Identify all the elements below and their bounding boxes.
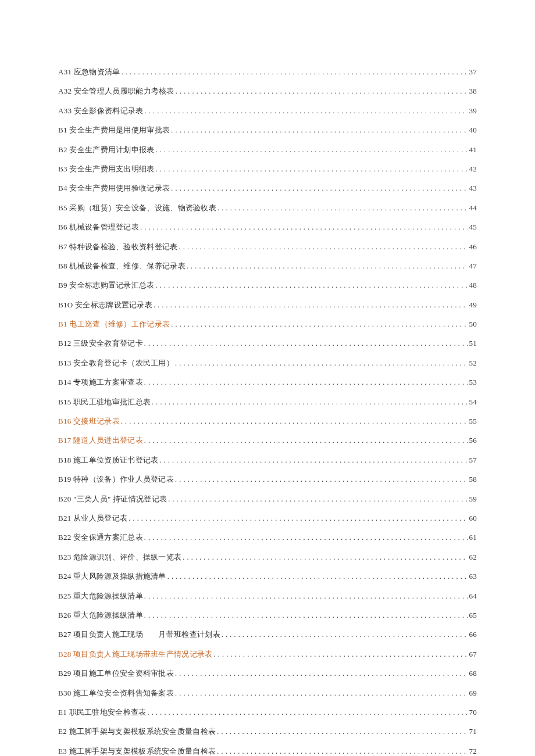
toc-leader-dots xyxy=(145,107,468,116)
toc-entry-page: 66 xyxy=(469,630,477,639)
toc-entry[interactable]: B15 职民工驻地审批汇总表54 xyxy=(58,397,477,407)
toc-entry[interactable]: B27 项目负责人施工现场 月带班检查计划表66 xyxy=(58,629,477,640)
toc-entry[interactable]: B25 重大危险源操纵清单64 xyxy=(58,591,477,601)
toc-entry[interactable]: B21 从业人员登记表60 xyxy=(58,513,477,524)
toc-entry[interactable]: B9 安全标志购置记录汇总表48 xyxy=(58,280,477,291)
toc-entry-page: 46 xyxy=(469,242,477,252)
toc-entry[interactable]: E2 施工脚手架与支架模板系统安全质量自检表71 xyxy=(58,726,477,737)
toc-entry[interactable]: B14 专项施工方案审查表53 xyxy=(58,377,477,388)
toc-leader-dots xyxy=(222,630,468,639)
toc-entry-label: B9 安全标志购置记录汇总表 xyxy=(58,280,155,291)
toc-entry-page: 39 xyxy=(469,106,477,116)
toc-entry[interactable]: B20 "三类人员" 持证情况登记表59 xyxy=(58,494,477,504)
toc-entry-label: A32 安全管理人员履职能力考核表 xyxy=(58,86,174,96)
toc-entry-page: 71 xyxy=(469,727,477,736)
toc-entry-page: 48 xyxy=(469,281,477,290)
toc-entry-page: 55 xyxy=(469,417,477,426)
toc-entry-label: B12 三级安全教育登记卡 xyxy=(58,338,143,349)
toc-entry-label: E3 施工脚手架与支架模板系统安全质量自检表 xyxy=(58,746,216,756)
toc-entry[interactable]: B28 项目负责人施工现场带班生产情况记录表67 xyxy=(58,649,477,660)
toc-entry-label: B20 "三类人员" 持证情况登记表 xyxy=(58,494,167,504)
toc-leader-dots xyxy=(171,320,468,329)
toc-entry-page: 53 xyxy=(469,378,477,387)
toc-entry-page: 40 xyxy=(469,126,477,135)
toc-entry[interactable]: B2 安全生产费用计划申报表41 xyxy=(58,145,477,155)
toc-entry-label: B18 施工单位资质证书登记表 xyxy=(58,455,158,465)
toc-entry-page: 67 xyxy=(469,650,477,659)
toc-leader-dots xyxy=(187,262,468,271)
toc-entry[interactable]: E3 施工脚手架与支架模板系统安全质量自检表72 xyxy=(58,746,477,756)
toc-entry[interactable]: B18 施工单位资质证书登记表57 xyxy=(58,455,477,465)
toc-entry-label: E2 施工脚手架与支架模板系统安全质量自检表 xyxy=(58,726,216,737)
toc-leader-dots xyxy=(144,378,468,387)
toc-entry[interactable]: B29 项目施工单位安全资料审批表68 xyxy=(58,668,477,679)
toc-entry-label: B3 安全生产费用支出明细表 xyxy=(58,164,155,174)
toc-leader-dots xyxy=(144,592,468,601)
toc-entry[interactable]: B4 安全生产费用使用验收记录表43 xyxy=(58,183,477,194)
toc-entry-label: B24 重大风险源及操纵措施清单 xyxy=(58,571,166,582)
toc-entry-page: 58 xyxy=(469,475,477,484)
toc-entry[interactable]: B30 施工单位安全资料告知备案表69 xyxy=(58,688,477,698)
toc-leader-dots xyxy=(183,553,468,562)
toc-entry[interactable]: B26 重大危险源操纵清单65 xyxy=(58,610,477,621)
toc-leader-dots xyxy=(152,398,468,407)
toc-entry[interactable]: B13 安全教育登记卡（农民工用）52 xyxy=(58,358,477,368)
toc-entry-page: 72 xyxy=(469,747,477,756)
toc-entry[interactable]: B12 三级安全教育登记卡51 xyxy=(58,338,477,349)
toc-entry[interactable]: B17 隧道人员进出登记表56 xyxy=(58,435,477,446)
toc-entry-page: 54 xyxy=(469,397,477,407)
toc-entry[interactable]: B6 机械设备管理登记表45 xyxy=(58,222,477,232)
toc-entry-label: B1O 安全标志牌设置记录表 xyxy=(58,300,152,310)
toc-entry-label: B4 安全生产费用使用验收记录表 xyxy=(58,183,170,194)
toc-entry-label: B30 施工单位安全资料告知备案表 xyxy=(58,688,174,698)
toc-entry[interactable]: B16 交接班记录表55 xyxy=(58,416,477,427)
toc-leader-dots xyxy=(168,495,468,504)
toc-entry-label: B23 危险源识别、评价、操纵一览表 xyxy=(58,552,181,562)
toc-entry-label: B28 项目负责人施工现场带班生产情况记录表 xyxy=(58,649,213,660)
toc-entry[interactable]: B1O 安全标志牌设置记录表49 xyxy=(58,300,477,310)
toc-entry-label: B2 安全生产费用计划申报表 xyxy=(58,145,155,155)
toc-entry-page: 44 xyxy=(469,203,477,213)
toc-leader-dots xyxy=(176,87,468,96)
toc-entry-page: 68 xyxy=(469,669,477,678)
toc-entry-page: 60 xyxy=(469,514,477,523)
toc-entry-label: A33 安全影像资料记录表 xyxy=(58,106,144,116)
toc-leader-dots xyxy=(217,747,468,756)
toc-entry[interactable]: A33 安全影像资料记录表39 xyxy=(58,106,477,116)
toc-leader-dots xyxy=(148,708,468,717)
toc-entry[interactable]: B1 安全生产费用是用使用审批表40 xyxy=(58,125,477,135)
toc-entry-label: B8 机械设备检查、维修、保养记录表 xyxy=(58,261,186,271)
toc-entry[interactable]: B7 特种设备检验、验收资料登记表46 xyxy=(58,242,477,252)
toc-leader-dots xyxy=(167,572,468,581)
toc-entry[interactable]: B8 机械设备检查、维修、保养记录表47 xyxy=(58,261,477,271)
toc-entry-label: B1 电工巡查（维修）工作记录表 xyxy=(58,319,170,329)
toc-leader-dots xyxy=(156,281,468,290)
toc-entry[interactable]: B3 安全生产费用支出明细表42 xyxy=(58,164,477,174)
toc-entry-label: B25 重大危险源操纵清单 xyxy=(58,591,143,601)
toc-leader-dots xyxy=(156,146,468,155)
toc-leader-dots xyxy=(154,301,468,310)
toc-entry[interactable]: A32 安全管理人员履职能力考核表38 xyxy=(58,86,477,96)
toc-leader-dots xyxy=(122,68,468,77)
toc-entry-page: 65 xyxy=(469,611,477,620)
toc-leader-dots xyxy=(144,611,468,620)
toc-entry[interactable]: B19 特种（设备）作业人员登记表58 xyxy=(58,474,477,485)
toc-entry[interactable]: B5 采购（租赁）安全设备、设施、物资验收表44 xyxy=(58,203,477,213)
toc-entry-label: B19 特种（设备）作业人员登记表 xyxy=(58,474,174,485)
toc-leader-dots xyxy=(175,475,468,484)
toc-entry[interactable]: B24 重大风险源及操纵措施清单63 xyxy=(58,571,477,582)
toc-leader-dots xyxy=(217,204,468,213)
table-of-contents: A31 应急物资清单37A32 安全管理人员履职能力考核表38A33 安全影像资… xyxy=(58,67,477,756)
toc-entry-label: E1 职民工驻地安全检查表 xyxy=(58,707,147,718)
toc-entry[interactable]: E1 职民工驻地安全检查表70 xyxy=(58,707,477,718)
toc-leader-dots xyxy=(159,456,468,465)
toc-leader-dots xyxy=(175,689,468,698)
toc-entry-page: 41 xyxy=(469,145,477,155)
toc-entry-page: 70 xyxy=(469,708,477,717)
toc-entry[interactable]: A31 应急物资清单37 xyxy=(58,67,477,77)
toc-entry-label: B29 项目施工单位安全资料审批表 xyxy=(58,668,174,679)
toc-entry-page: 38 xyxy=(469,87,477,96)
toc-entry[interactable]: B22 安全保通方案汇总表61 xyxy=(58,532,477,543)
toc-entry[interactable]: B23 危险源识别、评价、操纵一览表62 xyxy=(58,552,477,562)
toc-entry[interactable]: B1 电工巡查（维修）工作记录表50 xyxy=(58,319,477,329)
